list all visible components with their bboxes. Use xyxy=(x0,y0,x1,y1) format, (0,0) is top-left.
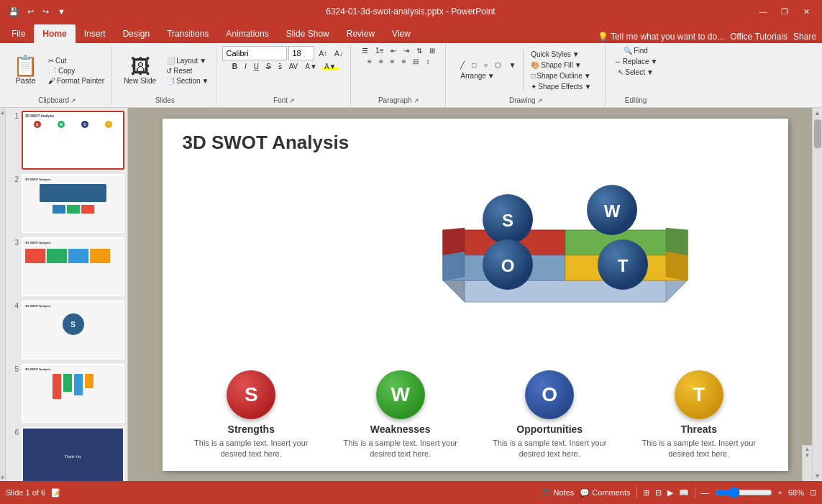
tab-animations[interactable]: Animations xyxy=(217,24,277,43)
slide-canvas-area[interactable]: 3D SWOT Analysis xyxy=(128,108,822,481)
slide-notes-icon[interactable]: 📝 xyxy=(51,488,61,498)
view-reading-button[interactable]: 📖 xyxy=(679,488,689,498)
text-highlight-button[interactable]: A▼ xyxy=(321,62,339,71)
scroll-down-button[interactable]: ▼ xyxy=(814,472,821,480)
close-button[interactable]: ✕ xyxy=(796,4,816,19)
tab-transitions[interactable]: Transitions xyxy=(158,24,217,43)
slide-panel-container: ▲ ▼ 1 3D SWOT Analysis S W O T xyxy=(0,108,128,481)
shape-line-button[interactable]: ╱ xyxy=(457,60,467,70)
bullets-button[interactable]: ☰ xyxy=(359,46,371,55)
shapes-gallery[interactable]: ▼ xyxy=(506,60,519,70)
drawing-expand-icon[interactable]: ↗ xyxy=(537,97,543,104)
cut-button[interactable]: ✂ Cut xyxy=(45,56,107,65)
replace-button[interactable]: ↔ Replace ▼ xyxy=(611,57,661,66)
quick-styles-button[interactable]: Quick Styles ▼ xyxy=(528,50,594,59)
layout-button[interactable]: ⬜ Layout ▼ xyxy=(163,56,211,65)
tab-review[interactable]: Review xyxy=(338,24,383,43)
clipboard-expand-icon[interactable]: ↗ xyxy=(70,97,76,104)
bold-button[interactable]: B xyxy=(229,62,240,71)
find-button[interactable]: 🔍 Find xyxy=(621,46,650,55)
weaknesses-circle: W xyxy=(376,370,425,419)
font-color-button[interactable]: A▼ xyxy=(302,62,320,71)
slide-thumb-1[interactable]: 1 3D SWOT Analysis S W O T xyxy=(9,111,124,170)
shape-rect-button[interactable]: □ xyxy=(469,60,479,70)
section-button[interactable]: 📑 Section ▼ xyxy=(163,76,211,86)
underline-button[interactable]: U xyxy=(251,62,262,71)
tab-slideshow[interactable]: Slide Show xyxy=(278,24,338,43)
copy-button[interactable]: 📄 Copy xyxy=(45,66,107,75)
tab-home[interactable]: Home xyxy=(34,24,75,43)
restore-button[interactable]: ❐ xyxy=(775,4,795,19)
new-slide-icon: 🖼 xyxy=(130,57,150,77)
scroll-up-button[interactable]: ▲ xyxy=(814,109,821,116)
format-painter-button[interactable]: 🖌 Format Painter xyxy=(45,76,107,86)
char-spacing-button[interactable]: AV xyxy=(286,62,301,71)
font-size-selector[interactable]: 18 xyxy=(288,46,314,60)
tab-file[interactable]: File xyxy=(3,24,34,43)
shape-effects-button[interactable]: ✦ Shape Effects ▼ xyxy=(528,82,594,91)
scroll-thumb[interactable] xyxy=(814,119,821,148)
share-button[interactable]: Share xyxy=(793,32,816,42)
status-bar: Slide 1 of 6 📝 🎵 Notes 💬 Comments ⊞ ⊟ ▶ … xyxy=(0,481,822,504)
columns-button[interactable]: ⊟ xyxy=(410,57,421,66)
tab-design[interactable]: Design xyxy=(114,24,158,43)
increase-font-button[interactable]: A↑ xyxy=(316,49,330,58)
line-spacing-button[interactable]: ↕ xyxy=(423,57,432,66)
minimize-button[interactable]: — xyxy=(753,4,773,19)
swot-items-row: S Strengths This is a sample text. Inser… xyxy=(177,370,774,460)
slide-thumb-2[interactable]: 2 3D SWOT Analysis xyxy=(9,174,124,233)
paragraph-expand-icon[interactable]: ↗ xyxy=(414,97,419,104)
text-direction-button[interactable]: ⇅ xyxy=(414,46,425,55)
zoom-slider[interactable] xyxy=(715,487,772,498)
font-expand-icon[interactable]: ↗ xyxy=(289,97,295,104)
zoom-out-button[interactable]: — xyxy=(701,488,709,497)
font-name-selector[interactable]: Calibri xyxy=(222,46,287,60)
slide-thumb-6[interactable]: 6 Thank You xyxy=(9,427,124,481)
fit-to-window-button[interactable]: ⊡ xyxy=(810,488,816,498)
increase-indent-button[interactable]: ⇥ xyxy=(401,46,412,55)
swot-3d-diagram: S W O T xyxy=(421,158,709,316)
italic-button[interactable]: I xyxy=(242,62,250,71)
convert-to-smartart-button[interactable]: ⊞ xyxy=(426,46,438,55)
align-center-button[interactable]: ≡ xyxy=(376,57,386,66)
reset-button[interactable]: ↺ Reset xyxy=(163,66,211,75)
view-outline-button[interactable]: ⊟ xyxy=(655,488,662,498)
office-tutorials-link[interactable]: Office Tutorials xyxy=(730,32,787,42)
paste-button[interactable]: 📋 Paste xyxy=(7,53,44,88)
slide-thumb-4[interactable]: 4 3D SWOT Analysis S xyxy=(9,301,124,359)
slide-thumbnails-panel: 1 3D SWOT Analysis S W O T 2 xyxy=(6,108,128,481)
customize-icon[interactable]: ▼ xyxy=(55,6,68,17)
view-slide-show-button[interactable]: ▶ xyxy=(667,488,673,498)
save-icon[interactable]: 💾 xyxy=(6,6,22,18)
zoom-in-button[interactable]: + xyxy=(778,488,782,497)
tab-view[interactable]: View xyxy=(383,24,419,43)
slide-thumb-5[interactable]: 5 3D SWOT Analysis xyxy=(9,364,124,423)
shape-fill-button[interactable]: 🎨 Shape Fill ▼ xyxy=(528,60,594,70)
slide-panel-scrollbar[interactable]: ▲ ▼ xyxy=(0,108,6,481)
decrease-font-button[interactable]: A↓ xyxy=(332,49,346,58)
shadow-button[interactable]: s̈ xyxy=(275,62,285,71)
canvas-scrollbar-right[interactable]: ▲ ▼ xyxy=(812,108,822,481)
align-left-button[interactable]: ≡ xyxy=(365,57,375,66)
select-button[interactable]: ↖ Select ▼ xyxy=(615,68,657,77)
numbering-button[interactable]: 1≡ xyxy=(373,46,386,55)
view-normal-button[interactable]: ⊞ xyxy=(643,488,649,498)
notes-button[interactable]: 🎵 Notes xyxy=(541,488,574,498)
strikethrough-button[interactable]: S xyxy=(263,62,274,71)
scroll-up-small[interactable]: ▲ xyxy=(805,446,810,452)
redo-icon[interactable]: ↪ xyxy=(40,6,52,18)
shape-oval-button[interactable]: ○ xyxy=(480,60,490,70)
comments-button[interactable]: 💬 Comments xyxy=(580,488,630,498)
tab-insert[interactable]: Insert xyxy=(76,24,114,43)
arrange-button[interactable]: Arrange ▼ xyxy=(457,71,497,81)
align-right-button[interactable]: ≡ xyxy=(388,57,398,66)
slide-thumb-3[interactable]: 3 3D SWOT Analysis xyxy=(9,237,124,296)
justify-button[interactable]: ≡ xyxy=(399,57,409,66)
shape-more-button[interactable]: ⬡ xyxy=(492,60,504,70)
decrease-indent-button[interactable]: ⇤ xyxy=(388,46,399,55)
scroll-down-small[interactable]: ▼ xyxy=(805,452,810,459)
tell-me-input[interactable]: 💡 Tell me what you want to do... xyxy=(598,32,724,42)
shape-outline-button[interactable]: □ Shape Outline ▼ xyxy=(528,71,594,81)
new-slide-button[interactable]: 🖼 New Slide xyxy=(118,54,162,88)
undo-icon[interactable]: ↩ xyxy=(24,6,37,18)
